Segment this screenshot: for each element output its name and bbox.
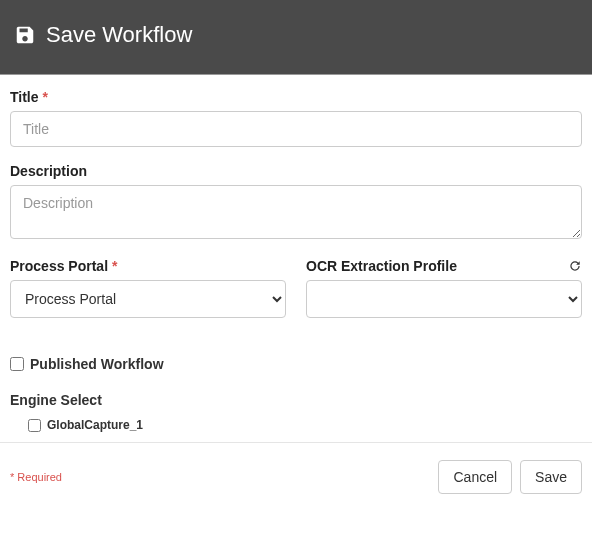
process-portal-label-text: Process Portal xyxy=(10,258,108,274)
required-note: * Required xyxy=(10,471,62,483)
engine-item: GlobalCapture_1 xyxy=(10,418,582,432)
description-input[interactable] xyxy=(10,185,582,239)
engine-item-label: GlobalCapture_1 xyxy=(47,418,143,432)
engine-item-checkbox[interactable] xyxy=(28,419,41,432)
title-input[interactable] xyxy=(10,111,582,147)
footer-buttons: Cancel Save xyxy=(438,460,582,494)
description-label: Description xyxy=(10,163,582,179)
ocr-profile-label-text: OCR Extraction Profile xyxy=(306,258,457,274)
save-icon xyxy=(14,24,36,46)
ocr-profile-label: OCR Extraction Profile xyxy=(306,258,457,274)
dialog-title: Save Workflow xyxy=(46,22,192,48)
process-portal-select[interactable]: Process Portal xyxy=(10,280,286,318)
published-workflow-checkbox[interactable] xyxy=(10,357,24,371)
process-portal-label: Process Portal * xyxy=(10,258,286,274)
process-portal-field: Process Portal * Process Portal xyxy=(10,258,286,318)
cancel-button[interactable]: Cancel xyxy=(438,460,512,494)
ocr-profile-field: OCR Extraction Profile xyxy=(306,258,582,318)
portal-ocr-row: Process Portal * Process Portal OCR Extr… xyxy=(10,258,582,334)
save-button[interactable]: Save xyxy=(520,460,582,494)
title-label: Title * xyxy=(10,89,582,105)
required-star: * xyxy=(43,89,48,105)
engine-select-label: Engine Select xyxy=(10,392,582,408)
description-field: Description xyxy=(10,163,582,242)
title-field: Title * xyxy=(10,89,582,147)
title-label-text: Title xyxy=(10,89,39,105)
dialog-footer: * Required Cancel Save xyxy=(0,442,592,504)
required-star: * xyxy=(112,258,117,274)
ocr-profile-select[interactable] xyxy=(306,280,582,318)
dialog-content: Title * Description Process Portal * Pro… xyxy=(0,75,592,442)
dialog-header: Save Workflow xyxy=(0,0,592,75)
published-workflow-label: Published Workflow xyxy=(30,356,164,372)
refresh-icon[interactable] xyxy=(568,259,582,273)
engine-select-section: Engine Select GlobalCapture_1 xyxy=(10,392,582,432)
published-workflow-row: Published Workflow xyxy=(10,356,582,372)
description-label-text: Description xyxy=(10,163,87,179)
